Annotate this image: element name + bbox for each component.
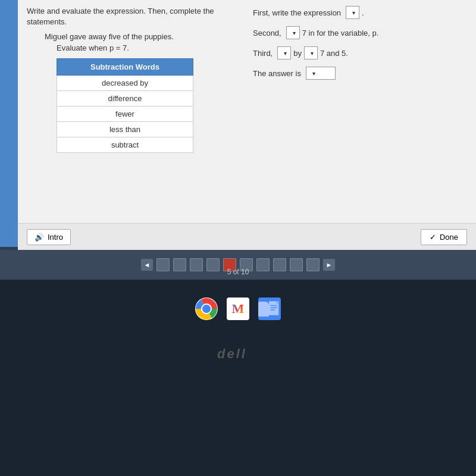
nav-square-2[interactable] [173,258,186,271]
answer-label: The answer is [253,69,301,78]
third-label: Third, [253,49,273,58]
subtraction-table: Subtraction Words decreased by differenc… [57,58,193,153]
table-row: decreased by [57,76,193,91]
step-answer: The answer is [253,67,467,80]
third-suffix: 7 and 5. [320,49,348,58]
docs-icon[interactable] [258,298,281,320]
table-cell-subtract: subtract [57,137,193,153]
right-section: First, write the expression . Second, 7 … [253,6,467,220]
page-counter: 5 of 10 [227,268,249,276]
third-dropdown-1[interactable] [277,46,291,60]
nav-square-3[interactable] [190,258,203,271]
step-third: Third, by 7 and 5. [253,46,467,60]
second-dropdown[interactable] [286,26,300,39]
table-row: less than [57,122,193,137]
third-middle: by [293,49,302,58]
bottom-toolbar: 🔊 Intro ✓ Done [18,223,476,250]
left-tab [0,0,18,247]
left-section: Write and evaluate the expression. Then,… [27,6,241,220]
table-row: fewer [57,107,193,122]
svg-text:dell: dell [217,346,247,361]
done-button[interactable]: ✓ Done [421,229,467,245]
taskbar: M dell [0,280,476,476]
table-header: Subtraction Words [57,59,193,76]
next-nav-button[interactable]: ► [323,259,335,271]
table-cell-difference: difference [57,91,193,107]
table-row: difference [57,91,193,107]
taskbar-icons: M [195,298,281,320]
step-second: Second, 7 in for the variable, p. [253,26,467,39]
chrome-icon[interactable] [195,298,218,320]
nav-square-4[interactable] [206,258,220,271]
answer-dropdown[interactable] [306,67,336,80]
svg-point-2 [202,305,211,313]
evaluate-text: Evaluate when p = 7. [57,43,241,52]
gmail-icon[interactable]: M [227,298,249,320]
nav-square-10[interactable] [306,258,320,271]
intro-button[interactable]: 🔊 Intro [27,229,71,245]
nav-square-7[interactable] [256,258,270,271]
step-first: First, write the expression . [253,6,467,19]
gmail-letter: M [232,301,245,317]
second-suffix: 7 in for the variable, p. [302,29,379,37]
table-row: subtract [57,137,193,153]
speaker-icon: 🔊 [35,233,44,242]
nav-bar: ◄ ► 5 of 10 [0,250,476,280]
check-icon: ✓ [430,233,436,242]
nav-square-1[interactable] [156,258,170,271]
table-cell-decreased-by: decreased by [57,76,193,91]
third-dropdown-2[interactable] [304,46,318,60]
second-label: Second, [253,29,281,37]
instructions-line1: Write and evaluate the expression. Then,… [27,6,241,27]
intro-button-label: Intro [48,233,63,242]
first-suffix: . [362,8,364,17]
done-button-label: Done [440,233,458,242]
prev-nav-button[interactable]: ◄ [141,259,153,271]
nav-square-9[interactable] [290,258,303,271]
dell-logo: dell [214,344,262,365]
table-cell-fewer: fewer [57,107,193,122]
problem-text: Miguel gave away five of the puppies. [45,32,241,41]
first-label: First, write the expression [253,8,341,17]
table-cell-less-than: less than [57,122,193,137]
first-dropdown[interactable] [346,6,359,19]
nav-square-8[interactable] [273,258,286,271]
main-content: Write and evaluate the expression. Then,… [18,0,476,247]
